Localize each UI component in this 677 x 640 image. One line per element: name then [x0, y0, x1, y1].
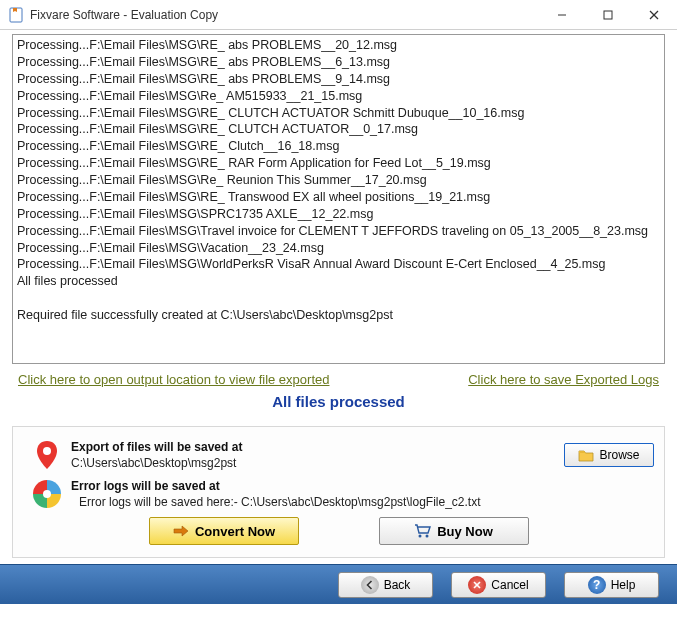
- svg-point-8: [426, 535, 429, 538]
- svg-point-6: [43, 490, 51, 498]
- pie-chart-icon: [32, 479, 62, 509]
- footer-bar: Back Cancel ? Help: [0, 564, 677, 604]
- convert-label: Convert Now: [195, 524, 275, 539]
- help-icon: ?: [588, 576, 606, 594]
- back-button[interactable]: Back: [338, 572, 433, 598]
- processing-log[interactable]: Processing...F:\Email Files\MSG\RE_ abs …: [12, 34, 665, 364]
- convert-icon: [172, 523, 190, 539]
- buy-label: Buy Now: [437, 524, 493, 539]
- error-label: Error logs will be saved at: [71, 479, 654, 493]
- export-row: Export of files will be saved at C:\User…: [23, 435, 654, 475]
- export-path: C:\Users\abc\Desktop\msg2pst: [71, 454, 534, 470]
- minimize-button[interactable]: [539, 0, 585, 30]
- window-title: Fixvare Software - Evaluation Copy: [30, 8, 539, 22]
- cancel-button[interactable]: Cancel: [451, 572, 546, 598]
- back-label: Back: [384, 578, 411, 592]
- open-output-link[interactable]: Click here to open output location to vi…: [18, 372, 329, 387]
- status-text: All files processed: [0, 389, 677, 420]
- close-button[interactable]: [631, 0, 677, 30]
- maximize-button[interactable]: [585, 0, 631, 30]
- convert-now-button[interactable]: Convert Now: [149, 517, 299, 545]
- back-arrow-icon: [361, 576, 379, 594]
- save-logs-link[interactable]: Click here to save Exported Logs: [468, 372, 659, 387]
- help-button[interactable]: ? Help: [564, 572, 659, 598]
- app-icon: [8, 7, 24, 23]
- svg-point-7: [419, 535, 422, 538]
- error-row: Error logs will be saved at Error logs w…: [23, 475, 654, 513]
- export-label: Export of files will be saved at: [71, 440, 534, 454]
- links-row: Click here to open output location to vi…: [0, 370, 677, 389]
- svg-rect-2: [604, 11, 612, 19]
- cancel-label: Cancel: [491, 578, 528, 592]
- folder-icon: [578, 448, 594, 462]
- settings-panel: Export of files will be saved at C:\User…: [12, 426, 665, 558]
- window-controls: [539, 0, 677, 30]
- browse-label: Browse: [599, 448, 639, 462]
- location-pin-icon: [33, 439, 61, 471]
- titlebar: Fixvare Software - Evaluation Copy: [0, 0, 677, 30]
- svg-point-5: [43, 447, 51, 455]
- action-row: Convert Now Buy Now: [23, 513, 654, 549]
- help-label: Help: [611, 578, 636, 592]
- error-path: Error logs will be saved here:- C:\Users…: [71, 493, 654, 509]
- buy-now-button[interactable]: Buy Now: [379, 517, 529, 545]
- browse-button[interactable]: Browse: [564, 443, 654, 467]
- cart-icon: [414, 523, 432, 539]
- cancel-icon: [468, 576, 486, 594]
